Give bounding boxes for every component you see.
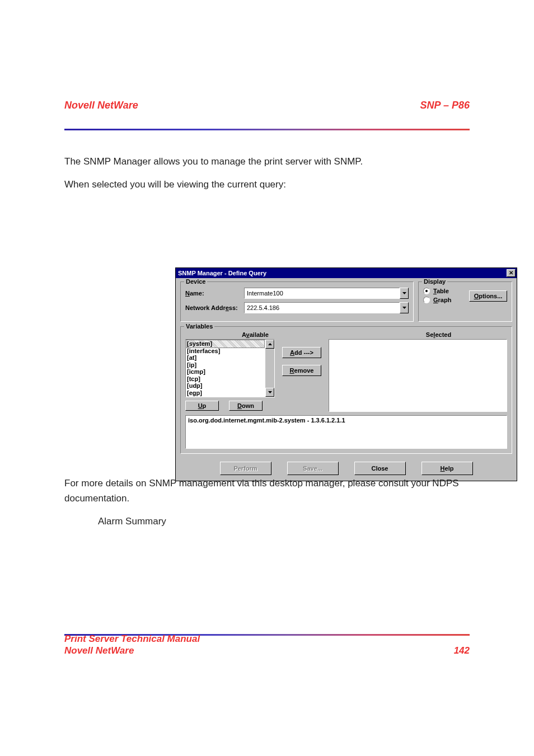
paragraph: When selected you will be viewing the cu… (64, 177, 470, 192)
address-combo[interactable] (244, 302, 409, 313)
display-table-radio[interactable]: Table (423, 288, 451, 294)
list-item[interactable]: [udp] (187, 382, 264, 389)
up-button[interactable]: Up (185, 401, 219, 411)
list-item[interactable]: [egp] (187, 389, 264, 397)
help-button[interactable]: Help (421, 462, 473, 475)
page-header: Novell NetWare SNP – P86 (64, 100, 470, 111)
available-listbox[interactable]: [system] [interfaces] [at] [ip] [icmp] [… (185, 339, 275, 397)
scrollbar[interactable] (265, 340, 274, 397)
save-button: Save... (287, 462, 339, 475)
down-button[interactable]: Down (229, 401, 263, 411)
close-button[interactable]: ✕ (507, 269, 516, 277)
footer-left: Print Server Technical Manual Novell Net… (64, 633, 200, 657)
address-label: Network Address: (185, 304, 244, 311)
oid-path-display: iso.org.dod.internet.mgmt.mib-2.system -… (185, 415, 507, 449)
name-label: Name: (185, 290, 244, 297)
body-text-top: The SNMP Manager allows you to manage th… (64, 154, 470, 200)
paragraph: For more details on SNMP management via … (64, 476, 470, 506)
remove-button[interactable]: Remove (282, 365, 321, 376)
body-text-bottom: For more details on SNMP management via … (64, 476, 470, 537)
name-input[interactable] (244, 288, 400, 299)
display-graph-radio[interactable]: Graph (423, 297, 451, 303)
titlebar[interactable]: SNMP Manager - Define Query ✕ (176, 268, 517, 278)
selected-header: Selected (370, 331, 507, 338)
list-item[interactable]: [at] (187, 354, 264, 361)
display-group: Display Table Graph Optio (418, 281, 512, 322)
address-input[interactable] (244, 302, 400, 313)
scroll-down-icon[interactable] (265, 388, 274, 397)
radio-icon (423, 288, 430, 294)
variables-group-label: Variables (184, 323, 214, 330)
alarm-summary-heading: Alarm Summary (98, 514, 470, 529)
chevron-down-icon[interactable] (400, 288, 409, 299)
selected-listbox[interactable] (329, 339, 507, 412)
list-item[interactable]: [ip] (187, 361, 264, 369)
window-title: SNMP Manager - Define Query (178, 270, 266, 276)
radio-icon (423, 297, 430, 303)
list-item[interactable]: [tcp] (187, 375, 264, 383)
header-left: Novell NetWare (64, 100, 138, 111)
list-item[interactable]: [system] (187, 340, 264, 348)
available-list-items[interactable]: [system] [interfaces] [at] [ip] [icmp] [… (186, 340, 265, 397)
name-combo[interactable] (244, 288, 409, 299)
list-item[interactable]: [interfaces] (187, 348, 264, 355)
perform-button: Perform (220, 462, 271, 475)
scroll-up-icon[interactable] (265, 340, 274, 349)
device-group-label: Device (184, 278, 207, 285)
paragraph: The SNMP Manager allows you to manage th… (64, 154, 470, 169)
options-button[interactable]: Options... (469, 290, 507, 302)
page-footer: Print Server Technical Manual Novell Net… (64, 633, 470, 657)
svg-marker-3 (268, 391, 272, 393)
footer-page-number: 142 (454, 645, 470, 656)
top-divider (64, 129, 470, 130)
svg-marker-0 (402, 292, 406, 294)
snmp-define-query-dialog: SNMP Manager - Define Query ✕ Device Nam… (175, 267, 517, 481)
close-icon: ✕ (509, 270, 513, 276)
svg-marker-1 (402, 307, 406, 309)
chevron-down-icon[interactable] (400, 302, 409, 313)
header-right: SNP – P86 (420, 100, 470, 111)
add-button[interactable]: Add ---> (282, 347, 321, 358)
svg-marker-2 (268, 343, 272, 345)
device-group: Device Name: Network Address: (180, 281, 414, 322)
available-header: Available (185, 331, 325, 338)
display-group-label: Display (422, 278, 447, 285)
list-item[interactable]: [icmp] (187, 368, 264, 375)
variables-group: Variables Available Selected [system] [i… (180, 326, 512, 454)
close-button[interactable]: Close (354, 462, 406, 475)
